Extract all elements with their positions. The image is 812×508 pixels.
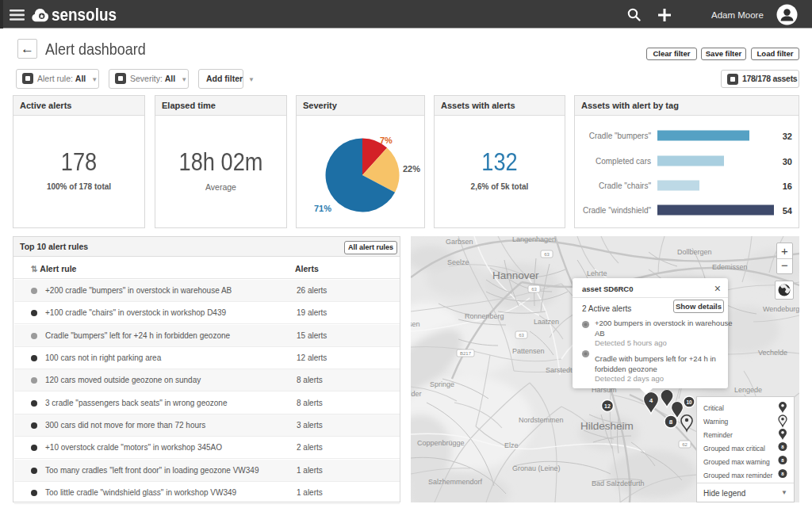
svg-text:Bad Salzdetfurth: Bad Salzdetfurth [592, 479, 645, 487]
svg-text:Garbsen: Garbsen [446, 238, 473, 246]
svg-text:8: 8 [669, 418, 673, 426]
svg-text:Laatzen: Laatzen [534, 318, 559, 326]
svg-text:B217: B217 [460, 351, 472, 356]
svg-text:filder: filder [411, 390, 422, 398]
svg-text:63: 63 [519, 333, 524, 338]
svg-text:12: 12 [604, 403, 611, 409]
svg-text:Coppenbrügge: Coppenbrügge [417, 439, 465, 447]
svg-text:Seelze: Seelze [447, 258, 469, 266]
svg-text:63: 63 [544, 252, 550, 257]
svg-text:Dollbergen: Dollbergen [677, 248, 712, 256]
svg-text:Salzhemmendorf: Salzhemmendorf [428, 478, 483, 486]
svg-text:7%: 7% [380, 136, 393, 145]
svg-text:63: 63 [531, 287, 537, 292]
svg-text:32: 32 [783, 132, 792, 141]
svg-text:Pattensen: Pattensen [512, 347, 545, 355]
svg-text:Wendeburg: Wendeburg [763, 305, 799, 313]
svg-text:4: 4 [649, 397, 653, 404]
svg-text:71%: 71% [314, 204, 331, 213]
svg-text:Sarstedt: Sarstedt [546, 366, 573, 374]
svg-text:16: 16 [783, 181, 792, 191]
svg-text:Hildesheim: Hildesheim [580, 420, 634, 432]
svg-text:Cradle "chairs": Cradle "chairs" [599, 181, 651, 190]
svg-text:30: 30 [783, 157, 792, 166]
svg-text:Springe: Springe [430, 380, 454, 388]
svg-text:Edemissen: Edemissen [712, 263, 748, 271]
svg-text:Nordstemmen: Nordstemmen [519, 416, 564, 424]
svg-text:Cradle "windshield": Cradle "windshield" [583, 206, 651, 215]
svg-text:Langenhagen: Langenhagen [512, 236, 556, 243]
svg-text:Elze: Elze [504, 441, 519, 449]
svg-text:Lehrte: Lehrte [587, 269, 607, 277]
svg-text:Hannover: Hannover [492, 269, 539, 281]
svg-text:Ronnenberg: Ronnenberg [465, 312, 504, 320]
svg-text:22%: 22% [403, 164, 420, 174]
svg-text:54: 54 [783, 206, 793, 216]
svg-text:10: 10 [686, 399, 692, 405]
svg-text:Cradle "bumpers": Cradle "bumpers" [589, 132, 652, 140]
svg-text:Gronau (Leine): Gronau (Leine) [512, 464, 561, 472]
svg-text:62: 62 [682, 442, 688, 447]
svg-text:Vechelde: Vechelde [758, 349, 787, 357]
svg-text:Lengede: Lengede [734, 386, 762, 394]
svg-text:Completed cars: Completed cars [596, 157, 651, 166]
svg-text:usen: usen [411, 320, 420, 328]
